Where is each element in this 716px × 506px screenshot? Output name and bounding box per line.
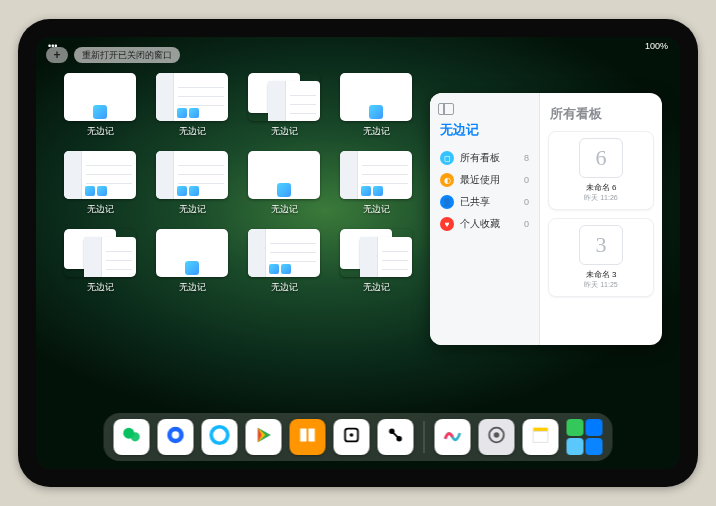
window-thumbnail	[156, 73, 228, 121]
window-thumbnail	[340, 229, 412, 277]
window-label: 无边记	[179, 281, 206, 294]
reopen-closed-window-button[interactable]: 重新打开已关闭的窗口	[74, 47, 180, 63]
dock-app-connect[interactable]	[378, 419, 414, 455]
dock-app-notes[interactable]	[523, 419, 559, 455]
dock-app-books[interactable]	[290, 419, 326, 455]
board-list: 所有看板 6未命名 6昨天 11:263未命名 3昨天 11:25	[540, 93, 662, 345]
sidebar: 无边记 ◻所有看板8◐最近使用0👤已共享0♥个人收藏0	[430, 93, 540, 345]
qq-browser-icon	[209, 424, 231, 451]
window-label: 无边记	[363, 281, 390, 294]
settings-icon	[486, 424, 508, 451]
app-window[interactable]: 无边记	[154, 151, 230, 219]
dock-app-play[interactable]	[246, 419, 282, 455]
board-name: 未命名 3	[586, 269, 617, 280]
new-window-button[interactable]: +	[46, 47, 68, 63]
app-window[interactable]: 无边记	[62, 229, 138, 297]
status-battery: 100%	[645, 41, 668, 51]
window-thumbnail	[64, 151, 136, 199]
window-thumbnail	[156, 229, 228, 277]
sidebar-item-label: 已共享	[460, 195, 490, 209]
sidebar-item-label: 最近使用	[460, 173, 500, 187]
window-thumbnail	[64, 73, 136, 121]
sidebar-item[interactable]: ◐最近使用0	[438, 169, 531, 191]
freeform-icon	[442, 424, 464, 451]
window-thumbnail	[156, 151, 228, 199]
recent-app-icon	[567, 438, 584, 455]
books-icon	[297, 424, 319, 451]
sidebar-item[interactable]: ◻所有看板8	[438, 147, 531, 169]
recent-app-icon	[586, 438, 603, 455]
dock	[104, 413, 613, 461]
sidebar-item-label: 个人收藏	[460, 217, 500, 231]
ipad-frame: ••• 100% + 重新打开已关闭的窗口 无边记无边记无边记无边记无边记无边记…	[18, 19, 698, 487]
sidebar-item-count: 0	[524, 219, 529, 229]
window-thumbnail	[248, 73, 320, 121]
app-window[interactable]: 无边记	[338, 73, 414, 141]
window-thumbnail	[340, 73, 412, 121]
dock-app-wechat[interactable]	[114, 419, 150, 455]
svg-line-9	[392, 431, 399, 438]
dock-app-freeform[interactable]	[435, 419, 471, 455]
app-window[interactable]: 无边记	[338, 229, 414, 297]
board-list-title: 所有看板	[550, 105, 654, 123]
large-window[interactable]: ••• 无边记 ◻所有看板8◐最近使用0👤已共享0♥个人收藏0 所有看板 6未命…	[430, 93, 662, 345]
app-window[interactable]: 无边记	[246, 229, 322, 297]
svg-point-11	[494, 432, 500, 438]
board-timestamp: 昨天 11:26	[584, 193, 617, 203]
app-window[interactable]: 无边记	[62, 151, 138, 219]
app-window[interactable]: 无边记	[62, 73, 138, 141]
recent-app-icon	[586, 419, 603, 436]
svg-point-6	[350, 433, 354, 437]
window-label: 无边记	[179, 125, 206, 138]
board-thumbnail: 6	[579, 138, 623, 178]
window-thumbnail	[340, 151, 412, 199]
window-label: 无边记	[87, 203, 114, 216]
category-icon: ◻	[440, 151, 454, 165]
screen: ••• 100% + 重新打开已关闭的窗口 无边记无边记无边记无边记无边记无边记…	[36, 37, 680, 469]
dock-app-browser-hd[interactable]	[158, 419, 194, 455]
svg-rect-13	[533, 431, 548, 442]
svg-point-3	[172, 431, 179, 438]
window-thumbnail	[64, 229, 136, 277]
sidebar-item[interactable]: 👤已共享0	[438, 191, 531, 213]
window-label: 无边记	[87, 125, 114, 138]
board-timestamp: 昨天 11:25	[584, 280, 617, 290]
window-label: 无边记	[363, 203, 390, 216]
app-window[interactable]: 无边记	[246, 73, 322, 141]
svg-point-4	[211, 426, 228, 443]
board-thumbnail: 3	[579, 225, 623, 265]
window-thumbnail	[248, 229, 320, 277]
dock-app-dice[interactable]	[334, 419, 370, 455]
sidebar-item-label: 所有看板	[460, 151, 500, 165]
window-label: 无边记	[179, 203, 206, 216]
dock-app-qq-browser[interactable]	[202, 419, 238, 455]
board-card[interactable]: 6未命名 6昨天 11:26	[548, 131, 654, 210]
svg-point-1	[131, 432, 140, 441]
dock-recent-apps[interactable]	[567, 419, 603, 455]
wechat-icon	[121, 424, 143, 451]
category-icon: ♥	[440, 217, 454, 231]
window-label: 无边记	[271, 203, 298, 216]
svg-rect-12	[533, 427, 548, 431]
window-thumbnail	[248, 151, 320, 199]
window-label: 无边记	[87, 281, 114, 294]
connect-icon	[385, 424, 407, 451]
window-label: 无边记	[271, 125, 298, 138]
notes-icon	[530, 424, 552, 451]
browser-hd-icon	[165, 424, 187, 451]
app-window[interactable]: 无边记	[154, 229, 230, 297]
dock-app-settings[interactable]	[479, 419, 515, 455]
sidebar-item[interactable]: ♥个人收藏0	[438, 213, 531, 235]
app-window[interactable]: 无边记	[338, 151, 414, 219]
top-bar: + 重新打开已关闭的窗口	[46, 47, 180, 63]
window-grid: 无边记无边记无边记无边记无边记无边记无边记无边记无边记无边记无边记无边记	[62, 73, 414, 297]
board-card[interactable]: 3未命名 3昨天 11:25	[548, 218, 654, 297]
category-icon: ◐	[440, 173, 454, 187]
window-label: 无边记	[271, 281, 298, 294]
board-name: 未命名 6	[586, 182, 617, 193]
app-window[interactable]: 无边记	[246, 151, 322, 219]
sidebar-toggle-icon[interactable]	[438, 103, 454, 115]
dice-icon	[341, 424, 363, 451]
app-window[interactable]: 无边记	[154, 73, 230, 141]
sidebar-item-count: 0	[524, 175, 529, 185]
